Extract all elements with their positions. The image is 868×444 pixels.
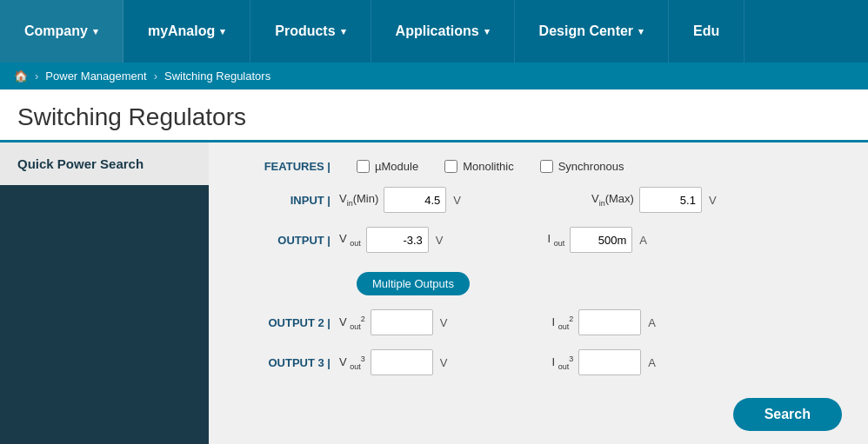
breadcrumb-sep2: › bbox=[154, 70, 157, 83]
features-group: µModule Monolithic Synchronous bbox=[357, 160, 624, 173]
umodule-checkbox-label[interactable]: µModule bbox=[357, 160, 418, 173]
chevron-down-icon: ▾ bbox=[220, 26, 225, 37]
vin-max-group: Vin(Max) V bbox=[591, 187, 717, 213]
nav-item-myanalog[interactable]: myAnalog ▾ bbox=[124, 0, 250, 63]
iout-label: I out bbox=[547, 232, 564, 248]
iout-group: I out A bbox=[547, 227, 646, 253]
umodule-label: µModule bbox=[375, 160, 418, 173]
synchronous-checkbox[interactable] bbox=[540, 160, 553, 173]
breadcrumb-sep: › bbox=[35, 70, 38, 83]
vout3-group: V out3 V bbox=[339, 349, 448, 375]
nav-item-applications[interactable]: Applications ▾ bbox=[371, 0, 515, 63]
output3-row: OUTPUT 3 | V out3 V I out3 A bbox=[235, 349, 842, 375]
vin-min-group: Vin(Min) V bbox=[339, 187, 461, 213]
multi-outputs-container: Multiple Outputs bbox=[339, 267, 842, 295]
nav-item-edu[interactable]: Edu bbox=[669, 0, 744, 63]
vout-input[interactable] bbox=[366, 227, 429, 253]
sidebar: Quick Power Search bbox=[0, 142, 209, 444]
page-title: Switching Regulators bbox=[17, 103, 851, 131]
iout-input[interactable] bbox=[570, 227, 632, 253]
content-area: FEATURES | µModule Monolithic Synchronou… bbox=[209, 142, 868, 444]
vout2-group: V out2 V bbox=[339, 309, 448, 335]
features-row: FEATURES | µModule Monolithic Synchronou… bbox=[235, 160, 842, 173]
nav-label-applications: Applications bbox=[396, 23, 479, 39]
home-icon[interactable]: 🏠 bbox=[14, 70, 28, 83]
iout3-group: I out3 A bbox=[552, 349, 656, 375]
vout2-unit: V bbox=[440, 316, 448, 329]
nav-item-products[interactable]: Products ▾ bbox=[250, 0, 371, 63]
breadcrumb-switching-regulators: Switching Regulators bbox=[164, 70, 270, 83]
vout3-unit: V bbox=[440, 356, 448, 369]
chevron-down-icon: ▾ bbox=[484, 26, 490, 37]
output-pair: V out V I out A bbox=[339, 227, 842, 253]
monolithic-checkbox-label[interactable]: Monolithic bbox=[444, 160, 514, 173]
nav-item-design-center[interactable]: Design Center ▾ bbox=[515, 0, 669, 63]
iout3-unit: A bbox=[648, 356, 656, 369]
input-row: INPUT | Vin(Min) V Vin(Max) V bbox=[235, 187, 842, 213]
navbar: Company ▾ myAnalog ▾ Products ▾ Applicat… bbox=[0, 0, 868, 63]
output2-label: OUTPUT 2 | bbox=[235, 316, 339, 329]
iout-unit: A bbox=[639, 234, 647, 247]
vout-label: V out bbox=[339, 232, 361, 248]
main-layout: Quick Power Search FEATURES | µModule Mo… bbox=[0, 142, 868, 444]
nav-label-edu: Edu bbox=[693, 23, 719, 39]
umodule-checkbox[interactable] bbox=[357, 160, 370, 173]
synchronous-checkbox-label[interactable]: Synchronous bbox=[540, 160, 624, 173]
chevron-down-icon: ▾ bbox=[93, 26, 98, 37]
vout3-input[interactable] bbox=[371, 349, 433, 375]
iout2-unit: A bbox=[648, 316, 656, 329]
vin-max-input[interactable] bbox=[639, 187, 702, 213]
breadcrumb: 🏠 › Power Management › Switching Regulat… bbox=[0, 63, 868, 89]
output-row: OUTPUT | V out V I out A bbox=[235, 227, 842, 253]
iout2-input[interactable] bbox=[578, 309, 641, 335]
iout2-group: I out2 A bbox=[552, 309, 656, 335]
search-button[interactable]: Search bbox=[733, 398, 842, 431]
vout2-label: V out2 bbox=[339, 315, 365, 331]
output2-row: OUTPUT 2 | V out2 V I out2 A bbox=[235, 309, 842, 335]
vout-group: V out V bbox=[339, 227, 443, 253]
nav-label-products: Products bbox=[275, 23, 335, 39]
vin-min-unit: V bbox=[453, 194, 461, 207]
search-btn-container: Search bbox=[235, 389, 842, 431]
output3-label: OUTPUT 3 | bbox=[235, 356, 339, 369]
output-label: OUTPUT | bbox=[235, 234, 339, 247]
features-label: FEATURES | bbox=[235, 160, 339, 173]
nav-item-company[interactable]: Company ▾ bbox=[0, 0, 124, 63]
nav-label-design-center: Design Center bbox=[539, 23, 633, 39]
input-label: INPUT | bbox=[235, 194, 339, 207]
iout3-input[interactable] bbox=[578, 349, 641, 375]
monolithic-label: Monolithic bbox=[463, 160, 514, 173]
input-pair: Vin(Min) V Vin(Max) V bbox=[339, 187, 842, 213]
vout-unit: V bbox=[436, 234, 444, 247]
iout2-label: I out2 bbox=[552, 315, 574, 331]
vin-max-unit: V bbox=[709, 194, 717, 207]
breadcrumb-power-management[interactable]: Power Management bbox=[45, 70, 146, 83]
monolithic-checkbox[interactable] bbox=[444, 160, 457, 173]
vin-max-label: Vin(Max) bbox=[591, 192, 634, 208]
page-title-bar: Switching Regulators bbox=[0, 89, 868, 142]
vout2-input[interactable] bbox=[371, 309, 433, 335]
chevron-down-icon: ▾ bbox=[638, 26, 644, 37]
iout3-label: I out3 bbox=[552, 355, 574, 371]
chevron-down-icon: ▾ bbox=[341, 26, 346, 37]
vin-min-label: Vin(Min) bbox=[339, 192, 378, 208]
nav-label-company: Company bbox=[24, 23, 88, 39]
vout3-label: V out3 bbox=[339, 355, 365, 371]
vin-min-input[interactable] bbox=[384, 187, 446, 213]
multiple-outputs-button[interactable]: Multiple Outputs bbox=[357, 272, 470, 295]
sidebar-item-quick-power-search[interactable]: Quick Power Search bbox=[0, 142, 209, 185]
synchronous-label: Synchronous bbox=[558, 160, 624, 173]
output2-pair: V out2 V I out2 A bbox=[339, 309, 842, 335]
output3-pair: V out3 V I out3 A bbox=[339, 349, 842, 375]
nav-label-myanalog: myAnalog bbox=[148, 23, 215, 39]
